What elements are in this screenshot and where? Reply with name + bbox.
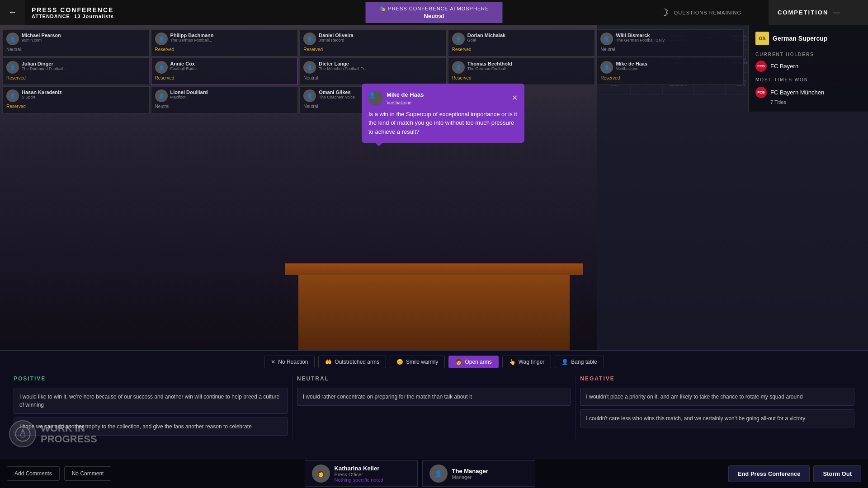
journalist-status: Reserved [155, 75, 294, 80]
negative-response-2[interactable]: I couldn't care less who wins this match… [580, 409, 854, 427]
most-times-won-label: MOST TIMES WON [755, 77, 861, 82]
collapse-icon[interactable]: — [833, 9, 840, 17]
journalist-card[interactable]: 👤 Lionel Douillard Maxifoot Neutral [151, 86, 298, 113]
manager-role: Manager [452, 474, 488, 480]
journalist-info: Lionel Douillard Maxifoot [170, 89, 208, 99]
journalist-card[interactable]: 👤 Julian Dinger The Dortmund Football...… [2, 58, 150, 85]
wag-finger-button[interactable]: 👆 Wag finger [502, 356, 552, 368]
moon-icon: ☽ [660, 7, 670, 19]
open-arms-button[interactable]: 🧑 Open arms [448, 356, 498, 368]
journalist-card[interactable]: 👤 Dieter Lange The München Football Fr..… [299, 58, 447, 85]
watermark-logo [9, 420, 36, 447]
journalist-card[interactable]: 👤 Hasan Karadeniz S Sport Reserved [2, 86, 150, 113]
journalist-card[interactable]: 👤 Daniel Oliveira Jornal Record Reserved [299, 29, 447, 56]
tooltip-close-button[interactable]: ✕ [512, 93, 518, 103]
journalist-name: Michael Pearson [22, 33, 61, 38]
journalist-card[interactable]: 👤 Mike de Haas Voetbalzone Reserved [596, 58, 744, 85]
journalist-org: The Dortmund Football... [22, 66, 67, 71]
journalist-avatar: 👤 [6, 89, 19, 102]
journalist-org: Jornal Record [319, 38, 353, 42]
atmosphere-button[interactable]: 🎭 PRESS CONFERENCE ATMOSPHERE Neutral [366, 2, 503, 23]
journalist-info: Mike de Haas Voetbalzone [616, 61, 647, 71]
neutral-column: NEUTRAL I would rather concentrate on pr… [292, 375, 576, 439]
current-holder-row: FCB FC Bayern [755, 61, 861, 72]
bang-table-icon: 👤 [561, 359, 568, 365]
watermark-text: WORK INPROGRESS [41, 423, 97, 445]
journalist-info: Julian Dinger The Dortmund Football... [22, 61, 67, 71]
journalist-avatar: 👤 [155, 61, 168, 74]
no-reaction-button[interactable]: ✕ No Reaction [264, 356, 315, 368]
journalist-info: Dieter Lange The München Football Fr... [319, 61, 368, 71]
journalist-avatar: 👤 [303, 89, 316, 102]
journalist-info: Willi Bismarck The German Football Daily [616, 33, 665, 42]
negative-column: NEGATIVE I wouldn't place a priority on … [576, 375, 859, 439]
competition-badge: GS [755, 32, 769, 45]
no-comment-button[interactable]: No Comment [64, 466, 112, 481]
journalist-info: Philipp Bachmann The German Football... [170, 33, 214, 42]
atmosphere-icon: 🎭 [379, 6, 386, 12]
journalist-card[interactable]: 👤 Michael Pearson 90min.com Neutral [2, 29, 150, 56]
back-icon: ← [9, 8, 17, 17]
back-button[interactable]: ← [0, 0, 25, 25]
journalist-name: Dieter Lange [319, 61, 368, 66]
tooltip-journalist-name: Mike de Haas [387, 90, 424, 99]
add-comments-button[interactable]: Add Comments [7, 466, 60, 481]
journalist-info: Daniel Oliveira Jornal Record [319, 33, 353, 42]
journalist-org: Maxifoot [170, 95, 208, 99]
watermark: WORK INPROGRESS [9, 420, 97, 447]
outstretched-arms-button[interactable]: 🤲 Outstretched arms [318, 356, 386, 368]
press-officer-role: Press Officer [335, 472, 383, 477]
journalist-card[interactable]: 👤 Dorian Michalak Goal Reserved [448, 29, 595, 56]
journalist-status: Reserved [155, 47, 294, 52]
wag-finger-label: Wag finger [519, 359, 545, 365]
journalist-status: Reserved [6, 104, 146, 109]
response-columns: POSITIVE I would like to win it, we're h… [0, 375, 868, 439]
journalist-avatar: 👤 [452, 61, 465, 74]
bang-table-button[interactable]: 👤 Bang table [555, 356, 604, 368]
current-holders-label: CURRENT HOLDERS [755, 52, 861, 57]
smile-warmly-label: Smile warmly [406, 359, 438, 365]
journalist-org: Voetbalzone [616, 66, 647, 71]
svg-point-1 [20, 433, 25, 437]
outstretched-arms-label: Outstretched arms [335, 359, 379, 365]
status-right-buttons: End Press Conference Storm Out [722, 465, 868, 482]
press-officer-note: Nothing specific noted [335, 477, 383, 483]
response-panel: ✕ No Reaction 🤲 Outstretched arms 😊 Smil… [0, 350, 868, 488]
smile-warmly-button[interactable]: 😊 Smile warmly [390, 356, 445, 368]
positive-response-1[interactable]: I would like to win it, we're here becau… [14, 388, 288, 414]
question-tooltip: 👤 Mike de Haas Voetbalzone ✕ Is a win in… [362, 84, 524, 143]
journalist-card[interactable]: 👤 Annie Cox Football Radar Reserved [151, 58, 298, 85]
holder-club-badge: FCB [755, 61, 767, 72]
holder-club-name: FC Bayern [770, 63, 798, 70]
podium [298, 271, 570, 361]
journalist-info: Omani Gilkes The Coaches' Voice [319, 89, 355, 99]
journalist-org: The München Football Fr... [319, 66, 368, 71]
most-times-won-section: FCB FC Bayern München 7 Titles [755, 87, 861, 105]
end-press-conference-button[interactable]: End Press Conference [728, 465, 810, 482]
journalist-info: Michael Pearson 90min.com [22, 33, 61, 42]
journalist-card[interactable]: 👤 Willi Bismarck The German Football Dai… [596, 29, 744, 56]
journalist-avatar: 👤 [6, 33, 19, 45]
journalist-status: Neutral [6, 47, 146, 52]
journalist-status: Neutral [303, 75, 443, 80]
body-language-bar: ✕ No Reaction 🤲 Outstretched arms 😊 Smil… [0, 351, 868, 373]
journalist-info: Annie Cox Football Radar [170, 61, 197, 71]
journalist-org: The German Football... [170, 38, 214, 42]
positive-header: POSITIVE [14, 375, 288, 384]
storm-out-button[interactable]: Storm Out [813, 465, 861, 482]
press-officer-avatar: 👩 [312, 465, 330, 483]
neutral-header: NEUTRAL [297, 375, 571, 384]
journalist-name: Hasan Karadeniz [22, 89, 62, 95]
journalist-card[interactable]: 👤 Thomas Bechthold The German Football R… [448, 58, 595, 85]
journalist-org: Goal [467, 38, 505, 42]
journalist-card[interactable]: 👤 Philipp Bachmann The German Football..… [151, 29, 298, 56]
neutral-response-1[interactable]: I would rather concentrate on preparing … [297, 388, 571, 406]
journalist-name: Willi Bismarck [616, 33, 665, 38]
press-officer-info: Katharina Keller Press Officer Nothing s… [335, 465, 383, 483]
journalist-name: Thomas Bechthold [467, 61, 512, 66]
negative-response-1[interactable]: I wouldn't place a priority on it, and a… [580, 388, 854, 406]
journalist-org: The German Football Daily [616, 38, 665, 42]
journalist-status: Neutral [600, 47, 740, 52]
manager-info: The Manager Manager [452, 468, 488, 480]
attendance-label: ATTENDANCE 13 Journalists [32, 14, 114, 19]
